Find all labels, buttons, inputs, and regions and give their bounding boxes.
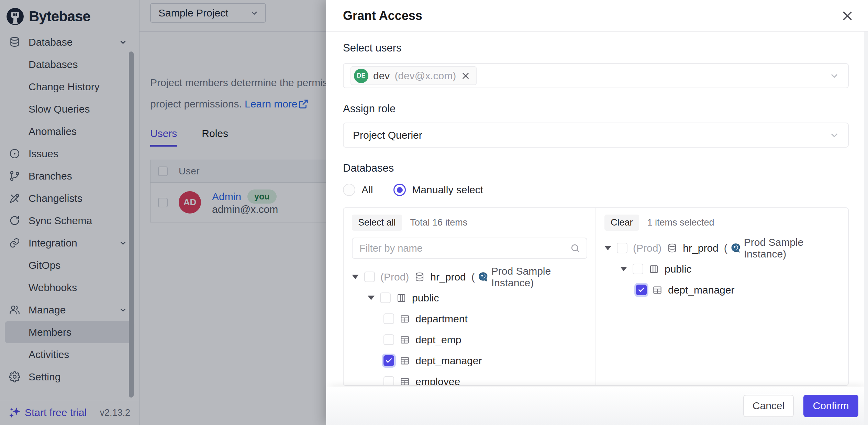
postgresql-icon — [730, 243, 741, 254]
database-name: hr_prod — [430, 271, 466, 283]
grant-access-modal: Grant Access Select users DE dev (dev@x.… — [326, 0, 868, 425]
table-icon — [400, 335, 410, 345]
database-transfer: Select all Total 16 items (Prod) — [343, 207, 849, 386]
checkbox-checked[interactable] — [636, 285, 647, 295]
select-users-input[interactable]: DE dev (dev@x.com) — [343, 63, 849, 88]
total-items-label: Total 16 items — [410, 217, 468, 228]
tree-row-table: department — [352, 308, 587, 329]
tree-row-table: dept_manager — [604, 279, 840, 300]
radio-manually-select[interactable]: Manually select — [393, 184, 483, 196]
chip-user-email: (dev@x.com) — [394, 70, 456, 82]
modal-header: Grant Access — [326, 0, 868, 32]
check-icon — [638, 286, 645, 294]
radio-manual-label: Manually select — [412, 184, 483, 196]
radio-all-label: All — [361, 184, 373, 196]
tree-row-schema: public — [604, 259, 840, 279]
checkbox[interactable] — [633, 264, 643, 274]
table-name: dept_manager — [415, 355, 482, 367]
radio-circle — [343, 184, 355, 196]
postgresql-icon — [478, 272, 489, 283]
user-chip: DE dev (dev@x.com) — [350, 66, 477, 85]
schema-icon — [396, 293, 407, 303]
chevron-down-icon — [829, 130, 840, 141]
checkbox[interactable] — [380, 292, 391, 303]
expander-caret-icon[interactable] — [352, 275, 359, 279]
role-select-value: Project Querier — [353, 129, 422, 141]
table-icon — [400, 314, 410, 324]
select-users-label: Select users — [343, 42, 849, 54]
checkbox[interactable] — [383, 376, 394, 385]
filter-input-wrap — [352, 238, 587, 259]
instance-name: Prod Sample Instance) — [491, 265, 587, 289]
tree-row-instance: (Prod) hr_prod ( Prod Sample Instance) — [352, 266, 587, 287]
selected-items-label: 1 items selected — [647, 217, 714, 228]
table-icon — [400, 356, 410, 366]
instance-label: ( Prod Sample Instance) — [471, 265, 587, 289]
modal-footer: Cancel Confirm — [326, 387, 868, 425]
tree-row-table: dept_emp — [352, 329, 587, 350]
selected-tree: (Prod) hr_prod ( Prod Sample Instance) — [604, 238, 840, 300]
schema-icon — [649, 264, 659, 274]
chip-user-name: dev — [373, 70, 390, 82]
paren-open: ( — [471, 271, 475, 283]
schema-name: public — [412, 292, 439, 304]
chevron-down-icon — [829, 70, 840, 81]
radio-all[interactable]: All — [343, 184, 373, 196]
source-panel: Select all Total 16 items (Prod) — [344, 208, 596, 385]
clear-button[interactable]: Clear — [604, 215, 639, 231]
table-name: dept_manager — [668, 284, 734, 296]
database-name: hr_prod — [683, 242, 718, 254]
radio-circle — [393, 184, 406, 196]
instance-name: Prod Sample Instance) — [744, 237, 840, 260]
source-panel-header: Select all Total 16 items — [352, 215, 587, 230]
select-all-button[interactable]: Select all — [352, 215, 402, 231]
database-icon — [667, 243, 677, 253]
check-icon — [385, 357, 392, 364]
remove-user-icon[interactable] — [461, 71, 470, 81]
close-icon[interactable] — [841, 9, 854, 23]
confirm-button[interactable]: Confirm — [803, 395, 858, 417]
checkbox[interactable] — [364, 272, 375, 282]
schema-name: public — [665, 263, 691, 275]
database-scope-radios: All Manually select — [343, 183, 849, 197]
database-icon — [414, 272, 425, 282]
assign-role-label: Assign role — [343, 103, 849, 115]
environment-label: (Prod) — [633, 242, 661, 254]
source-tree: (Prod) hr_prod ( Prod Sample Instance) — [352, 266, 587, 385]
table-icon — [400, 377, 410, 386]
avatar: DE — [354, 69, 368, 83]
tree-row-table: dept_manager — [352, 350, 587, 371]
table-name: department — [415, 313, 468, 325]
search-icon — [570, 243, 580, 253]
paren-open: ( — [724, 242, 727, 254]
instance-label: ( Prod Sample Instance) — [724, 237, 840, 260]
selected-panel: Clear 1 items selected (Prod) hr_prod ( — [596, 208, 848, 385]
tree-row-instance: (Prod) hr_prod ( Prod Sample Instance) — [604, 238, 840, 259]
tree-row-table: employee — [352, 371, 587, 385]
table-name: employee — [415, 376, 460, 386]
checkbox[interactable] — [383, 313, 394, 324]
screen: Bytebase Database Databases Change Histo… — [0, 0, 868, 425]
modal-scrollbar-track[interactable] — [864, 32, 868, 425]
databases-label: Databases — [343, 162, 849, 174]
role-select[interactable]: Project Querier — [343, 123, 849, 148]
modal-body: Select users DE dev (dev@x.com) Assign r… — [326, 32, 868, 386]
expander-caret-icon[interactable] — [368, 296, 375, 300]
expander-caret-icon[interactable] — [620, 267, 627, 271]
environment-label: (Prod) — [380, 271, 409, 283]
selected-panel-header: Clear 1 items selected — [604, 215, 840, 230]
checkbox-checked[interactable] — [383, 355, 394, 366]
expander-caret-icon[interactable] — [604, 246, 611, 250]
modal-title: Grant Access — [343, 9, 422, 23]
table-icon — [652, 285, 663, 295]
filter-input[interactable] — [359, 243, 570, 254]
checkbox[interactable] — [383, 334, 394, 345]
cancel-button[interactable]: Cancel — [743, 395, 794, 417]
checkbox[interactable] — [617, 243, 627, 253]
tree-row-schema: public — [352, 287, 587, 308]
table-name: dept_emp — [415, 334, 461, 346]
